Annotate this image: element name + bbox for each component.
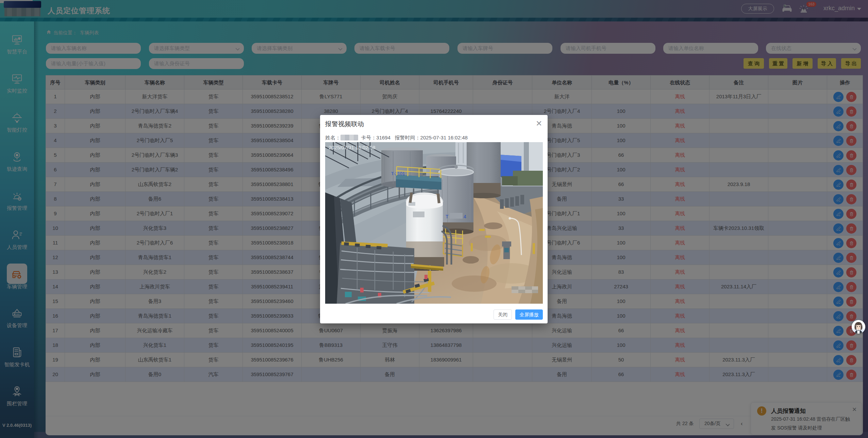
svg-text:4: 4 xyxy=(464,214,466,219)
svg-text:T: T xyxy=(446,214,449,219)
svg-text:2025/07/31 16:02:58: 2025/07/31 16:02:58 xyxy=(329,145,375,150)
